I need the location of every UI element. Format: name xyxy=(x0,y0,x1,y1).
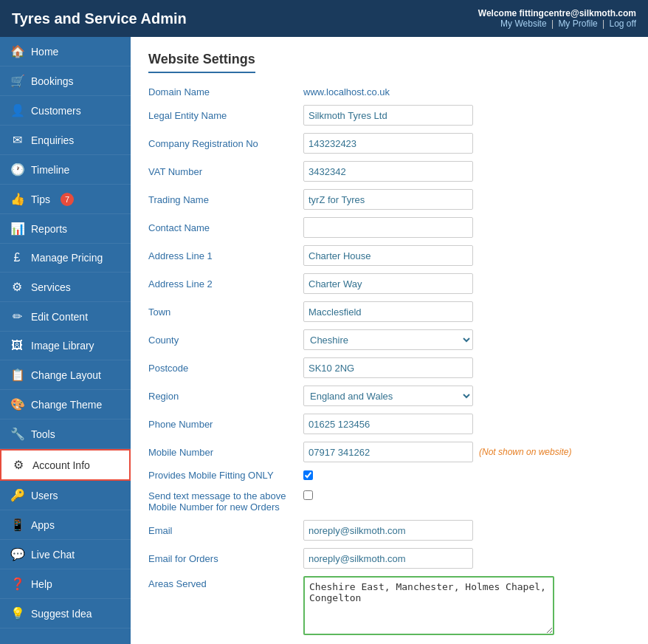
sidebar-label-edit-content: Edit Content xyxy=(31,311,88,323)
tools-icon: 🔧 xyxy=(10,427,24,441)
mobile-fitting-label: Provides Mobile Fitting ONLY xyxy=(148,470,303,481)
company-reg-input[interactable] xyxy=(303,133,473,154)
domain-name-label: Domain Name xyxy=(148,86,303,97)
account-info-icon: ⚙ xyxy=(12,458,25,472)
sidebar-label-users: Users xyxy=(31,490,58,501)
main-layout: 🏠Home🛒Bookings👤Customers✉Enquiries🕐Timel… xyxy=(0,37,648,644)
sidebar-label-tools: Tools xyxy=(31,428,55,440)
legal-entity-row: Legal Entity Name xyxy=(148,105,630,126)
domain-name-row: Domain Name www.localhost.co.uk xyxy=(148,86,630,97)
vat-number-row: VAT Number xyxy=(148,161,630,182)
sidebar-item-live-chat[interactable]: 💬Live Chat xyxy=(0,540,131,569)
sidebar-label-tips: Tips xyxy=(31,193,50,205)
email-input[interactable] xyxy=(303,520,473,541)
sidebar-item-customers[interactable]: 👤Customers xyxy=(0,96,131,126)
sidebar-label-customers: Customers xyxy=(31,105,81,117)
contact-name-row: Contact Name xyxy=(148,217,630,238)
sidebar-item-tools[interactable]: 🔧Tools xyxy=(0,419,131,449)
vat-number-label: VAT Number xyxy=(148,166,303,177)
customers-icon: 👤 xyxy=(10,103,24,117)
sidebar-item-users[interactable]: 🔑Users xyxy=(0,481,131,510)
sidebar-item-suggest-idea[interactable]: 💡Suggest Idea xyxy=(0,599,131,628)
sidebar: 🏠Home🛒Bookings👤Customers✉Enquiries🕐Timel… xyxy=(0,37,131,644)
enquiries-icon: ✉ xyxy=(10,133,24,147)
contact-name-label: Contact Name xyxy=(148,222,303,233)
email-orders-label: Email for Orders xyxy=(148,553,303,564)
county-row: County Cheshire Lancashire Yorkshire Der… xyxy=(148,329,630,350)
sidebar-item-help[interactable]: ❓Help xyxy=(0,569,131,599)
tips-badge: 7 xyxy=(61,193,74,206)
address2-row: Address Line 2 xyxy=(148,273,630,294)
content-area: Website Settings Domain Name www.localho… xyxy=(131,37,648,644)
town-input[interactable] xyxy=(303,301,473,322)
services-icon: ⚙ xyxy=(10,280,24,294)
sidebar-item-timeline[interactable]: 🕐Timeline xyxy=(0,155,131,185)
legal-entity-input[interactable] xyxy=(303,105,473,126)
areas-served-label: Areas Served xyxy=(148,576,303,589)
my-profile-link[interactable]: My Profile xyxy=(558,18,597,29)
user-email: Welcome fittingcentre@silkmoth.com xyxy=(478,8,636,18)
sidebar-label-image-library: Image Library xyxy=(31,340,94,352)
sidebar-item-home[interactable]: 🏠Home xyxy=(0,37,131,66)
sidebar-item-account-info[interactable]: ⚙Account Info xyxy=(0,449,131,481)
trading-name-label: Trading Name xyxy=(148,194,303,205)
postcode-input[interactable] xyxy=(303,357,473,378)
sidebar-label-manage-pricing: Manage Pricing xyxy=(31,252,103,264)
phone-input[interactable] xyxy=(303,414,473,434)
mobile-not-shown-label: (Not shown on website) xyxy=(479,447,571,457)
sidebar-item-enquiries[interactable]: ✉Enquiries xyxy=(0,126,131,155)
sms-row: Send text message to the above Mobile Nu… xyxy=(148,488,630,513)
sms-checkbox[interactable] xyxy=(303,490,313,500)
sidebar-item-bookings[interactable]: 🛒Bookings xyxy=(0,66,131,96)
change-layout-icon: 📋 xyxy=(10,368,24,382)
sidebar-item-edit-content[interactable]: ✏Edit Content xyxy=(0,302,131,332)
sidebar-item-reports[interactable]: 📊Reports xyxy=(0,214,131,244)
email-label: Email xyxy=(148,525,303,536)
sidebar-item-tips[interactable]: 👍Tips7 xyxy=(0,185,131,214)
email-orders-row: Email for Orders xyxy=(148,548,630,569)
sidebar-label-suggest-idea: Suggest Idea xyxy=(31,608,92,620)
sidebar-label-live-chat: Live Chat xyxy=(31,549,75,561)
mobile-fitting-row: Provides Mobile Fitting ONLY xyxy=(148,470,630,481)
suggest-idea-icon: 💡 xyxy=(10,606,24,620)
sidebar-label-help: Help xyxy=(31,578,52,590)
region-row: Region England and Wales Scotland Northe… xyxy=(148,386,630,406)
edit-content-icon: ✏ xyxy=(10,309,24,323)
email-orders-input[interactable] xyxy=(303,548,473,569)
home-icon: 🏠 xyxy=(10,44,24,58)
vat-number-input[interactable] xyxy=(303,161,473,182)
town-label: Town xyxy=(148,306,303,318)
image-library-icon: 🖼 xyxy=(10,339,24,352)
sidebar-item-change-theme[interactable]: 🎨Change Theme xyxy=(0,390,131,419)
timeline-icon: 🕐 xyxy=(10,162,24,177)
region-label: Region xyxy=(148,391,303,402)
legal-entity-label: Legal Entity Name xyxy=(148,110,303,121)
sidebar-item-services[interactable]: ⚙Services xyxy=(0,273,131,302)
log-off-link[interactable]: Log off xyxy=(610,18,636,29)
contact-name-input[interactable] xyxy=(303,217,473,238)
user-links: My Website | My Profile | Log off xyxy=(478,18,636,29)
sidebar-item-image-library[interactable]: 🖼Image Library xyxy=(0,332,131,360)
sidebar-label-apps: Apps xyxy=(31,519,55,531)
sidebar-item-manage-pricing[interactable]: £Manage Pricing xyxy=(0,244,131,273)
sidebar-label-account-info: Account Info xyxy=(32,459,90,471)
address1-input[interactable] xyxy=(303,245,473,266)
manage-pricing-icon: £ xyxy=(10,251,24,264)
county-select[interactable]: Cheshire Lancashire Yorkshire Derbyshire xyxy=(303,329,473,350)
trading-name-input[interactable] xyxy=(303,189,473,210)
region-select[interactable]: England and Wales Scotland Northern Irel… xyxy=(303,386,473,406)
areas-served-textarea[interactable]: Cheshire East, Manchester, Holmes Chapel… xyxy=(303,576,554,635)
my-website-link[interactable]: My Website xyxy=(500,18,546,29)
page-title: Website Settings xyxy=(148,52,255,73)
sidebar-label-services: Services xyxy=(31,281,71,293)
domain-name-value[interactable]: www.localhost.co.uk xyxy=(303,86,390,97)
help-icon: ❓ xyxy=(10,577,24,591)
mobile-input[interactable] xyxy=(303,442,473,462)
address2-input[interactable] xyxy=(303,273,473,294)
mobile-fitting-checkbox[interactable] xyxy=(303,470,313,480)
address2-label: Address Line 2 xyxy=(148,278,303,290)
sidebar-item-apps[interactable]: 📱Apps xyxy=(0,510,131,540)
sidebar-item-change-layout[interactable]: 📋Change Layout xyxy=(0,360,131,390)
mobile-row: Mobile Number (Not shown on website) xyxy=(148,442,630,462)
sidebar-label-reports: Reports xyxy=(31,223,67,235)
